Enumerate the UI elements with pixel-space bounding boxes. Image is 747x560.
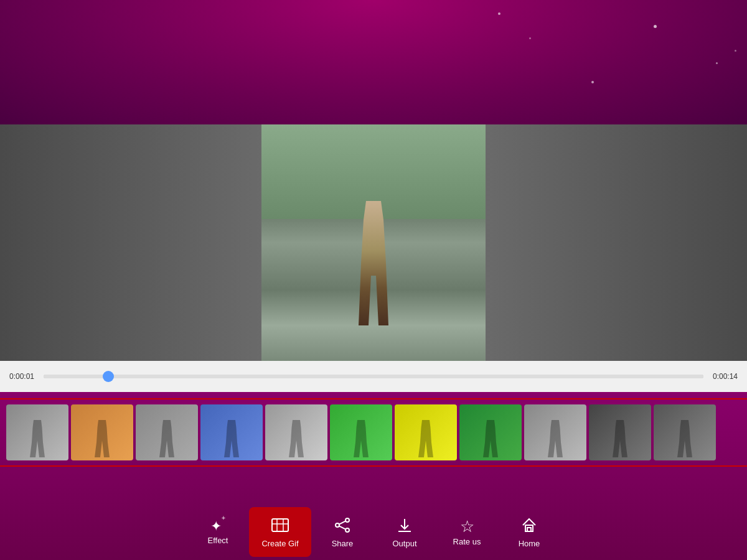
share-icon (334, 516, 351, 536)
thumb-motion[interactable] (265, 404, 327, 460)
effect-icon: ✦+ (210, 520, 225, 533)
toolbar-create-gif[interactable]: Create Gif (249, 507, 311, 557)
video-container: 0:00:01 0:00:14 🔊 ▶ ⊞ ⬜ ⛶ (0, 124, 747, 392)
background-top (0, 0, 747, 124)
gif-icon (271, 516, 289, 536)
stars-decoration (0, 0, 747, 124)
gif-label: Create Gif (261, 539, 298, 548)
toolbar-share[interactable]: Share (311, 507, 374, 557)
thumb-warm[interactable] (71, 404, 133, 460)
toolbar-rate-us[interactable]: ☆ Rate us (436, 507, 498, 557)
toolbar-home[interactable]: Home (498, 507, 560, 557)
svg-rect-12 (527, 528, 531, 531)
svg-line-8 (339, 526, 345, 529)
progress-thumb[interactable] (103, 371, 114, 382)
svg-line-7 (339, 521, 345, 524)
time-current: 0:00:01 (9, 372, 37, 381)
toolbar-output[interactable]: Output (374, 507, 436, 557)
thumbnails-strip (0, 398, 747, 467)
toolbar-effect[interactable]: ✦+ Effect (187, 507, 249, 557)
share-label: Share (332, 539, 354, 548)
star-icon: ☆ (460, 518, 474, 534)
wall-left (0, 124, 261, 361)
svg-point-4 (345, 518, 349, 522)
output-icon (396, 516, 413, 536)
svg-point-5 (336, 523, 339, 527)
wall-right (486, 124, 747, 361)
svg-rect-0 (272, 519, 288, 531)
figure (349, 201, 398, 325)
thumb-normal[interactable] (6, 404, 68, 460)
thumb-darkgreen[interactable] (459, 404, 522, 460)
svg-point-6 (345, 528, 349, 532)
time-total: 0:00:14 (710, 372, 738, 381)
video-scene (0, 124, 747, 361)
thumb-more[interactable] (654, 404, 716, 460)
thumb-blue[interactable] (200, 404, 263, 460)
thumb-cool[interactable] (136, 404, 198, 460)
video-controls: 0:00:01 0:00:14 (0, 361, 747, 392)
output-label: Output (392, 539, 416, 548)
bottom-toolbar: ✦+ Effect Create Gif Share (0, 504, 747, 560)
home-icon (520, 516, 538, 536)
progress-fill (44, 375, 703, 378)
progress-bar[interactable] (44, 375, 703, 378)
home-label: Home (519, 539, 540, 548)
rate-label: Rate us (453, 537, 481, 546)
thumb-green[interactable] (330, 404, 392, 460)
thumb-gray[interactable] (524, 404, 586, 460)
video-frame (0, 124, 747, 361)
effect-label: Effect (207, 536, 228, 545)
thumb-darkgray[interactable] (589, 404, 651, 460)
thumb-yellow[interactable] (395, 404, 457, 460)
figure-body (349, 201, 398, 325)
